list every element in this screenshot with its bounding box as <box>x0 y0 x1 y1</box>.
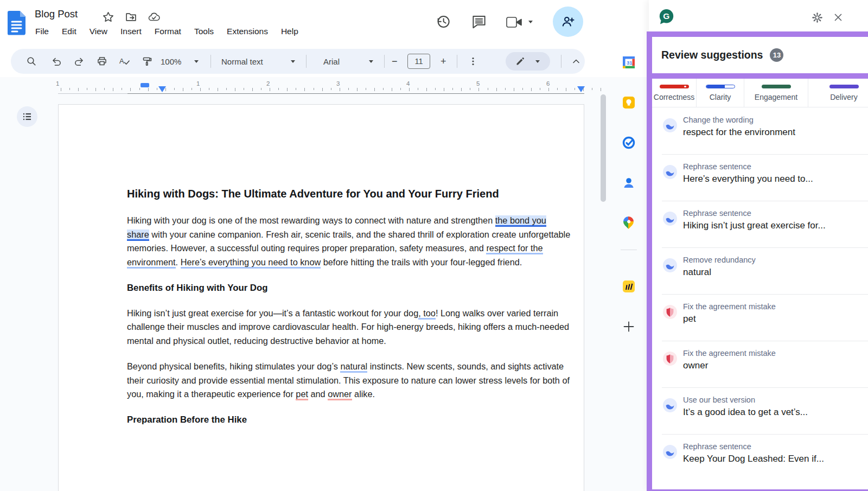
suggestion-item[interactable]: Change the wordingrespect for the enviro… <box>652 107 868 154</box>
suggestion-underline[interactable]: pet <box>296 389 308 400</box>
collapse-toolbar-icon[interactable] <box>571 56 582 67</box>
editing-mode-caret-icon <box>535 60 540 63</box>
document-page[interactable]: Hiking with Dogs: The Ultimate Adventure… <box>58 104 584 491</box>
suggestion-item[interactable]: Rephrase sentenceHere’s everything you n… <box>652 154 868 201</box>
document-text[interactable]: Hiking with Dogs: The Ultimate Adventure… <box>127 187 571 438</box>
more-options-icon[interactable] <box>468 56 478 67</box>
zoom-caret-icon[interactable] <box>194 60 199 63</box>
get-add-ons-icon[interactable] <box>622 320 636 334</box>
version-history-icon[interactable] <box>435 14 451 30</box>
suggestion-item[interactable]: Fix the agreement mistakeowner <box>652 341 868 387</box>
ruler-tick <box>304 88 305 91</box>
menu-format[interactable]: Format <box>148 25 188 38</box>
zoom-select[interactable]: 100% <box>161 57 181 66</box>
ruler-number: 5 <box>476 80 480 87</box>
tab-label: Engagement <box>755 93 797 101</box>
menu-tools[interactable]: Tools <box>188 25 220 38</box>
ruler-tick <box>78 88 79 91</box>
toolbar-separator <box>210 55 211 68</box>
toolbar-separator <box>384 55 385 68</box>
text-run: and <box>308 389 328 399</box>
menu-insert[interactable]: Insert <box>114 25 148 38</box>
document-paragraph[interactable]: Hiking isn’t just great exercise for you… <box>127 307 571 348</box>
ruler-text-line <box>127 93 584 94</box>
menu-view[interactable]: View <box>83 25 114 38</box>
document-outline-button[interactable] <box>17 106 37 127</box>
document-paragraph[interactable]: Hiking with your dog is one of the most … <box>127 214 571 269</box>
document-scrollbar[interactable] <box>601 94 606 202</box>
suggestion-underline[interactable]: , too <box>418 308 436 320</box>
menu-help[interactable]: Help <box>275 25 305 38</box>
cloud-status-icon[interactable] <box>148 11 160 23</box>
star-icon[interactable] <box>103 11 114 23</box>
menu-edit[interactable]: Edit <box>55 25 83 38</box>
miro-icon[interactable] <box>622 279 636 294</box>
undo-icon[interactable] <box>51 56 62 67</box>
google-docs-logo[interactable] <box>8 11 26 36</box>
google-contacts-icon[interactable] <box>622 176 636 190</box>
close-icon[interactable] <box>833 12 843 22</box>
share-button[interactable] <box>553 7 583 37</box>
menu-extensions[interactable]: Extensions <box>220 25 275 38</box>
redo-icon[interactable] <box>74 56 85 67</box>
ruler-number: 2 <box>266 80 270 87</box>
print-icon[interactable] <box>97 56 107 67</box>
ruler-tick <box>470 88 470 90</box>
suggestion-underline[interactable]: natural <box>340 361 367 373</box>
suggestion-text: respect for the environment <box>683 127 795 138</box>
toolbar: A 100% Normal text Arial − 11 + <box>11 49 585 74</box>
document-subheading[interactable]: Benefits of Hiking with Your Dog <box>127 281 571 295</box>
suggestion-category: Rephrase sentence <box>683 162 751 171</box>
video-call-caret-icon[interactable] <box>528 21 533 23</box>
tab-correctness[interactable]: Correctness <box>652 79 697 107</box>
text-run: . <box>176 257 181 267</box>
search-icon[interactable] <box>26 56 37 67</box>
tab-delivery[interactable]: Delivery <box>808 79 868 107</box>
settings-gear-icon[interactable] <box>812 12 823 23</box>
correctness-progress-bar <box>660 85 689 88</box>
suggestion-item[interactable]: Use our best versionIt’s a good idea to … <box>652 387 868 434</box>
move-folder-icon[interactable] <box>125 11 137 23</box>
suggestion-item[interactable]: Rephrase sentenceKeep Your Dog Leashed: … <box>652 434 868 481</box>
suggestion-item[interactable]: Fix the agreement mistakepet <box>652 294 868 341</box>
comments-icon[interactable] <box>471 14 487 30</box>
svg-text:31: 31 <box>627 60 633 66</box>
font-size-input[interactable]: 11 <box>407 54 430 69</box>
google-calendar-icon[interactable]: 31 <box>622 55 636 69</box>
first-line-indent-marker[interactable] <box>141 83 149 87</box>
font-caret-icon[interactable] <box>369 60 373 63</box>
decrease-font-size-button[interactable]: − <box>392 56 398 67</box>
menu-file[interactable]: File <box>29 25 55 38</box>
ruler-number: 1 <box>196 80 200 87</box>
ruler-tick <box>192 88 192 90</box>
tab-engagement[interactable]: Engagement <box>744 79 808 107</box>
video-call-icon[interactable] <box>506 16 523 29</box>
clarity-suggestion-icon <box>663 165 677 179</box>
suggestion-underline[interactable]: owner <box>328 389 352 400</box>
suggestion-item[interactable]: Rephrase sentenceHiking isn’t just great… <box>652 201 868 247</box>
editing-mode-button[interactable] <box>506 52 550 71</box>
highlight-annotation: Review suggestions 13 CorrectnessClarity… <box>647 31 868 491</box>
google-keep-icon[interactable] <box>622 95 636 110</box>
document-title[interactable]: Blog Post <box>35 8 78 20</box>
suggestion-item[interactable]: Remove redundancynatural <box>652 247 868 294</box>
document-paragraph[interactable]: Beyond physical benefits, hiking stimula… <box>127 360 571 401</box>
suggestion-tabs: CorrectnessClarityEngagementDelivery <box>652 79 868 107</box>
document-subheading[interactable]: Preparation Before the Hike <box>127 413 571 427</box>
google-tasks-icon[interactable] <box>622 136 636 150</box>
google-maps-icon[interactable] <box>622 215 634 227</box>
correctness-suggestion-icon <box>663 305 677 319</box>
suggestion-text: natural <box>683 267 711 278</box>
style-caret-icon[interactable] <box>291 60 295 63</box>
grammarly-logo: G <box>659 9 674 25</box>
horizontal-ruler[interactable]: 1123456 <box>0 79 613 94</box>
paint-format-icon[interactable] <box>142 56 152 67</box>
suggestion-underline[interactable]: Here’s everything you need to know <box>181 257 321 269</box>
increase-font-size-button[interactable]: + <box>441 56 446 67</box>
paragraph-style-select[interactable]: Normal text <box>221 57 263 66</box>
font-select[interactable]: Arial <box>323 57 340 66</box>
document-heading[interactable]: Hiking with Dogs: The Ultimate Adventure… <box>127 187 571 201</box>
clarity-suggestion-icon <box>663 398 677 412</box>
tab-clarity[interactable]: Clarity <box>697 79 744 107</box>
spell-check-icon[interactable]: A <box>119 56 130 67</box>
